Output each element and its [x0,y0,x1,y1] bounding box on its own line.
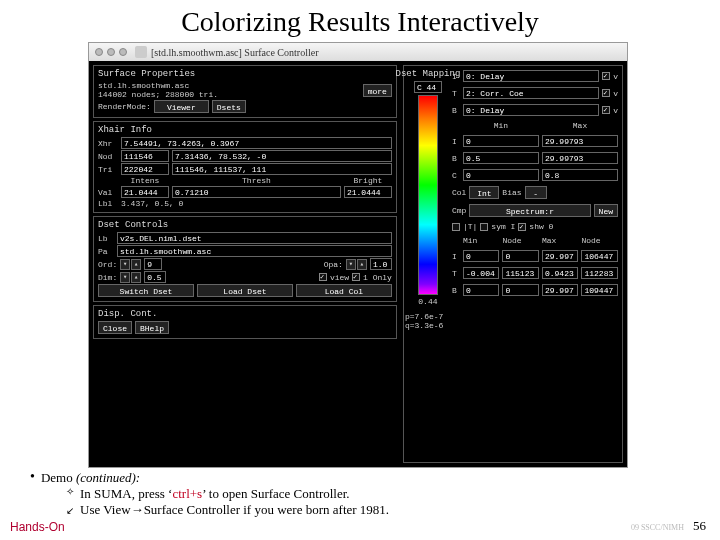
bullet-icon: • [30,470,35,484]
dsets-button[interactable]: Dsets [212,100,246,113]
dim-arrows[interactable]: ▾▴ [120,272,141,283]
bias-select[interactable]: - [525,186,547,199]
nod-label: Nod [98,152,118,161]
surface-controller-window: [std.lh.smoothwm.asc] Surface Controller… [88,42,628,468]
close-button[interactable]: Close [98,321,132,334]
sub-bullet-2: Use View→Surface Controller if you were … [80,502,389,518]
down-arrow-icon[interactable]: ▾ [346,259,356,270]
cmp-label: Cmp [452,206,466,215]
abs-t-checkbox[interactable] [452,223,460,231]
up-arrow-icon[interactable]: ▴ [131,259,141,270]
dset-controls-header: Dset Controls [98,220,392,230]
stat-b-node2: 109447 [581,284,618,296]
surface-properties-header: Surface Properties [98,69,392,79]
minimize-dot-icon[interactable] [107,48,115,56]
val-field-a[interactable]: 21.0444 [121,186,169,198]
opa-label: Opa: [324,260,343,269]
b-max-field[interactable]: 29.99793 [542,152,618,164]
bhelp-button[interactable]: BHelp [135,321,169,334]
b-v-checkbox[interactable] [602,106,610,114]
sub-bullet-icon: ✧ [66,486,74,502]
x11-icon [135,46,147,58]
up-arrow-icon[interactable]: ▴ [357,259,367,270]
stat-t-max: 0.9423 [542,267,579,279]
stat-i-node2: 106447 [581,250,618,262]
col-label: Col [452,188,466,197]
i-row-label: I [452,72,460,81]
ctrl-s-key: ctrl+s [172,486,202,501]
tbl-min-header: Min [463,236,500,245]
col-select[interactable]: Int [469,186,499,199]
i-v-checkbox[interactable] [602,72,610,80]
dset-lb-field[interactable]: v2s.DEL.niml.dset [117,232,392,244]
new-button[interactable]: New [594,204,618,217]
shw-0-checkbox[interactable] [518,223,526,231]
lbl-value: 3.437, 0.5, 0 [121,199,392,208]
b-select[interactable]: 0: Delay [463,104,599,116]
surf-file-label: std.lh.smoothwm.asc [98,81,360,90]
dim-field[interactable]: 0.5 [144,271,166,283]
tri-field-a[interactable]: 222042 [121,163,169,175]
load-dset-button[interactable]: Load Dset [197,284,293,297]
xhr-field[interactable]: 7.54491, 73.4263, 0.3967 [121,137,392,149]
disp-cont-panel: Disp. Cont. Close BHelp [93,305,397,339]
xhair-info-panel: Xhair Info Xhr7.54491, 73.4263, 0.3967 N… [93,121,397,213]
view-checkbox[interactable] [319,273,327,281]
view-label: view [330,273,349,282]
tbl-max-header: Max [542,236,579,245]
b-min-field[interactable]: 0.5 [463,152,539,164]
one-only-label: 1 Only [363,273,392,282]
window-titlebar[interactable]: [std.lh.smoothwm.asc] Surface Controller [89,43,627,61]
t-select[interactable]: 2: Corr. Coe [463,87,599,99]
c-min-field[interactable]: 0 [463,169,539,181]
i-min-field[interactable]: 0 [463,135,539,147]
opa-field[interactable]: 1.0 [370,258,392,270]
val-field-b[interactable]: 0.71210 [172,186,341,198]
one-only-checkbox[interactable] [352,273,360,281]
bright-label: Bright [344,176,392,185]
up-arrow-icon[interactable]: ▴ [131,272,141,283]
t-v-checkbox[interactable] [602,89,610,97]
close-dot-icon[interactable] [95,48,103,56]
colorbar-mid-label: 0.44 [418,297,437,306]
ord-label: Ord: [98,260,117,269]
credit-label: 09 SSCC/NIMH [631,523,684,532]
more-button[interactable]: more [363,84,392,97]
arrow-right-icon: → [131,502,144,517]
switch-dset-button[interactable]: Switch Dset [98,284,194,297]
colorbar-top-field[interactable]: C 44 [414,81,442,93]
nod-field-a[interactable]: 111546 [121,150,169,162]
disp-cont-header: Disp. Cont. [98,309,392,319]
opa-arrows[interactable]: ▾▴ [346,259,367,270]
abs-t-label: |T| [463,222,477,231]
pq-label: p=7.6e-7 q=3.3e-6 [405,312,451,330]
c-max-field[interactable]: 0.8 [542,169,618,181]
i-select[interactable]: 0: Delay [463,70,599,82]
rendermode-label: RenderMode: [98,102,151,111]
stat-i-node1: 0 [502,250,539,262]
sym-i-checkbox[interactable] [480,223,488,231]
ord-field[interactable]: 9 [144,258,162,270]
dim-label: Dim: [98,273,117,282]
surf-nodes-label: 144002 nodes; 288000 tri. [98,90,360,99]
load-col-button[interactable]: Load Col [296,284,392,297]
cmp-select[interactable]: Spectrum:r [469,204,590,217]
down-arrow-icon[interactable]: ▾ [120,259,130,270]
stat-b-node1: 0 [502,284,539,296]
sub-bullet-icon: ↙ [66,505,74,516]
demo-label: Demo [41,470,73,485]
rendermode-select[interactable]: Viewer [154,100,209,113]
colorbar[interactable] [418,95,438,295]
ord-arrows[interactable]: ▾▴ [120,259,141,270]
zoom-dot-icon[interactable] [119,48,127,56]
dset-pa-field[interactable]: std.lh.smoothwm.asc [117,245,392,257]
t-row-label: T [452,89,460,98]
val-field-c[interactable]: 21.0444 [344,186,392,198]
stat-i-max: 29.997 [542,250,579,262]
traffic-lights[interactable] [95,48,127,56]
tri-field-b[interactable]: 111546, 111537, 111 [172,163,392,175]
nod-field-b[interactable]: 7.31436, 78.532, -0 [172,150,392,162]
i-max-field[interactable]: 29.99793 [542,135,618,147]
window-title: [std.lh.smoothwm.asc] Surface Controller [151,47,318,58]
down-arrow-icon[interactable]: ▾ [120,272,130,283]
